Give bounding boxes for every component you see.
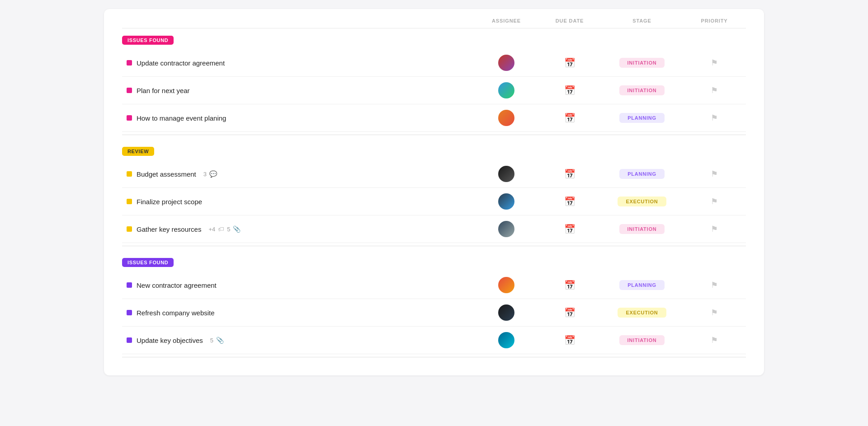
group-badge-review: REVIEW	[122, 147, 154, 156]
flag-icon: ⚑	[711, 224, 718, 234]
task-name-text: Refresh company website	[137, 309, 215, 317]
task-color-dot	[127, 88, 132, 93]
meta-count: 5	[227, 226, 230, 233]
meta-icon: 📎	[216, 337, 224, 344]
meta-text: +4	[208, 226, 215, 233]
task-name-text: Gather key resources	[137, 225, 201, 233]
stage-badge: EXECUTION	[618, 308, 666, 318]
priority-cell[interactable]: ⚑	[683, 197, 746, 206]
stage-cell[interactable]: INITIATION	[601, 335, 683, 345]
meta-count: 3	[203, 171, 207, 178]
stage-cell[interactable]: INITIATION	[601, 224, 683, 234]
assignee-cell[interactable]	[475, 277, 538, 293]
due-date-cell[interactable]: 📅	[538, 280, 601, 290]
calendar-icon: 📅	[564, 112, 576, 123]
task-row[interactable]: Finalize project scope📅EXECUTION⚑	[122, 188, 746, 215]
assignee-cell[interactable]	[475, 304, 538, 321]
due-date-cell[interactable]: 📅	[538, 85, 601, 96]
assignee-cell[interactable]	[475, 221, 538, 237]
assignee-cell[interactable]	[475, 55, 538, 71]
due-date-cell[interactable]: 📅	[538, 57, 601, 68]
col-header-assignee: ASSIGNEE	[475, 18, 538, 23]
stage-cell[interactable]: INITIATION	[601, 85, 683, 95]
group-badge-issues-found-1: ISSUES FOUND	[122, 36, 174, 45]
priority-cell[interactable]: ⚑	[683, 85, 746, 95]
assignee-cell[interactable]	[475, 166, 538, 182]
col-header-due-date: DUE DATE	[538, 18, 601, 23]
avatar	[498, 332, 514, 348]
task-color-dot	[127, 115, 132, 121]
stage-cell[interactable]: PLANNING	[601, 280, 683, 290]
stage-badge: INITIATION	[619, 58, 665, 68]
flag-icon: ⚑	[711, 280, 718, 290]
stage-cell[interactable]: EXECUTION	[601, 308, 683, 318]
task-color-dot	[127, 60, 132, 66]
task-name-cell: Update key objectives5📎	[122, 337, 475, 344]
task-row[interactable]: Gather key resources+4🏷5📎📅INITIATION⚑	[122, 215, 746, 243]
stage-cell[interactable]: INITIATION	[601, 58, 683, 68]
task-row[interactable]: Update contractor agreement📅INITIATION⚑	[122, 49, 746, 77]
calendar-icon: 📅	[564, 307, 576, 318]
group-label-row-issues-found-2: ISSUES FOUND	[122, 251, 746, 272]
stage-cell[interactable]: PLANNING	[601, 113, 683, 123]
priority-cell[interactable]: ⚑	[683, 280, 746, 290]
priority-cell[interactable]: ⚑	[683, 335, 746, 345]
flag-icon: ⚑	[711, 58, 718, 68]
task-name-cell: Plan for next year	[122, 87, 475, 94]
assignee-cell[interactable]	[475, 110, 538, 126]
flag-icon: ⚑	[711, 85, 718, 95]
calendar-icon: 📅	[564, 196, 576, 207]
task-row[interactable]: Budget assessment3💬📅PLANNING⚑	[122, 160, 746, 188]
avatar	[498, 277, 514, 293]
assignee-cell[interactable]	[475, 193, 538, 210]
flag-icon: ⚑	[711, 308, 718, 318]
task-meta: +4🏷5📎	[208, 225, 241, 233]
task-color-dot	[127, 337, 132, 343]
groups-container: ISSUES FOUNDUpdate contractor agreement📅…	[122, 28, 746, 357]
avatar	[498, 221, 514, 237]
stage-cell[interactable]: PLANNING	[601, 169, 683, 179]
task-name-cell: New contractor agreement	[122, 281, 475, 289]
due-date-cell[interactable]: 📅	[538, 224, 601, 234]
task-row[interactable]: How to manage event planing📅PLANNING⚑	[122, 104, 746, 132]
main-container: ASSIGNEE DUE DATE STAGE PRIORITY ISSUES …	[104, 9, 764, 375]
due-date-cell[interactable]: 📅	[538, 196, 601, 207]
meta-icon: 📎	[233, 225, 241, 233]
group-divider	[122, 135, 746, 135]
priority-cell[interactable]: ⚑	[683, 308, 746, 318]
stage-badge: EXECUTION	[618, 197, 666, 206]
task-color-dot	[127, 171, 132, 177]
assignee-cell[interactable]	[475, 332, 538, 348]
due-date-cell[interactable]: 📅	[538, 112, 601, 123]
task-color-dot	[127, 226, 132, 232]
priority-cell[interactable]: ⚑	[683, 169, 746, 179]
stage-badge: INITIATION	[619, 85, 665, 95]
meta-count: 5	[210, 337, 213, 344]
priority-cell[interactable]: ⚑	[683, 58, 746, 68]
task-row[interactable]: Update key objectives5📎📅INITIATION⚑	[122, 327, 746, 354]
column-headers: ASSIGNEE DUE DATE STAGE PRIORITY	[122, 18, 746, 28]
task-row[interactable]: Plan for next year📅INITIATION⚑	[122, 77, 746, 104]
col-header-task	[140, 18, 475, 23]
group-review: REVIEWBudget assessment3💬📅PLANNING⚑Final…	[122, 140, 746, 246]
due-date-cell[interactable]: 📅	[538, 335, 601, 346]
task-row[interactable]: New contractor agreement📅PLANNING⚑	[122, 272, 746, 299]
task-name-cell: Budget assessment3💬	[122, 170, 475, 178]
task-meta: 3💬	[203, 170, 217, 178]
flag-icon: ⚑	[711, 335, 718, 345]
stage-cell[interactable]: EXECUTION	[601, 197, 683, 206]
priority-cell[interactable]: ⚑	[683, 224, 746, 234]
task-color-dot	[127, 310, 132, 315]
task-name-cell: Finalize project scope	[122, 198, 475, 206]
priority-cell[interactable]: ⚑	[683, 113, 746, 123]
flag-icon: ⚑	[711, 197, 718, 206]
due-date-cell[interactable]: 📅	[538, 307, 601, 318]
task-name-text: New contractor agreement	[137, 281, 217, 289]
task-row[interactable]: Refresh company website📅EXECUTION⚑	[122, 299, 746, 327]
due-date-cell[interactable]: 📅	[538, 169, 601, 179]
col-header-priority: PRIORITY	[683, 18, 746, 23]
calendar-icon: 📅	[564, 280, 576, 290]
avatar	[498, 110, 514, 126]
task-name-cell: Refresh company website	[122, 309, 475, 317]
assignee-cell[interactable]	[475, 82, 538, 98]
